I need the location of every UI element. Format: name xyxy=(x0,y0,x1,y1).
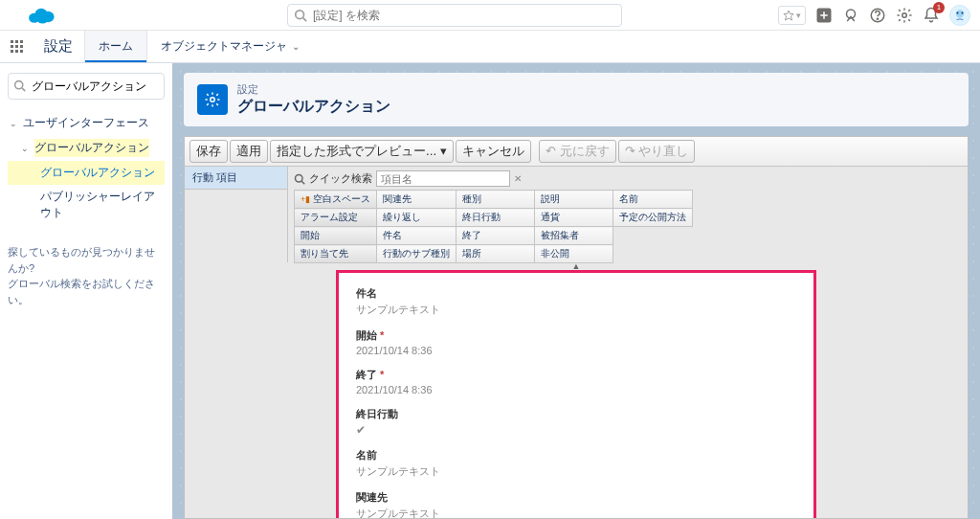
field-item[interactable]: アラーム設定 xyxy=(295,209,377,227)
field-item[interactable]: 通貨 xyxy=(535,209,613,227)
field-item[interactable]: 非公開 xyxy=(535,245,613,263)
tree-item-publisher-layouts[interactable]: パブリッシャーレイアウト xyxy=(8,185,165,225)
svg-line-22 xyxy=(301,181,304,184)
setup-gear-icon[interactable] xyxy=(896,7,913,24)
chevron-down-icon: ⌄ xyxy=(292,41,300,52)
field-palette: +▮ 空白スペース 関連先 種別 説明 名前 アラーム設定 繰り返し 終日行動 … xyxy=(294,190,693,263)
favorites-button[interactable]: ▾ xyxy=(778,6,806,25)
svg-marker-6 xyxy=(784,11,793,20)
global-header: ▾ 1 xyxy=(0,0,980,31)
field-item[interactable]: 名前 xyxy=(613,191,693,209)
svg-point-4 xyxy=(296,10,304,18)
breadcrumb: 設定 xyxy=(237,82,390,97)
field-item[interactable]: 件名 xyxy=(377,227,457,245)
svg-line-5 xyxy=(303,17,307,21)
tree-item-global-actions[interactable]: ⌄グローバルアクション xyxy=(8,135,165,161)
preview-field-label: 終了* xyxy=(356,368,796,382)
field-item[interactable]: 終日行動 xyxy=(457,209,535,227)
clear-icon[interactable]: ✕ xyxy=(514,173,522,184)
page-header: 設定 グローバルアクション xyxy=(184,73,969,126)
salesforce-logo-icon[interactable] xyxy=(27,6,56,25)
preview-field-label: 終日行動 xyxy=(356,407,796,421)
avatar[interactable] xyxy=(949,5,970,26)
nav-bar: 設定 ホーム オブジェクトマネージャ⌄ xyxy=(0,31,980,63)
add-icon[interactable] xyxy=(815,7,833,24)
splitter-handle[interactable]: ▲ xyxy=(192,262,960,270)
svg-point-16 xyxy=(957,11,959,13)
field-item[interactable]: 関連先 xyxy=(377,191,457,209)
field-item[interactable]: 終了 xyxy=(457,227,535,245)
preview-field-value: ✔︎ xyxy=(356,423,796,437)
tree-item-global-actions-sub[interactable]: グローバルアクション xyxy=(8,161,165,185)
help-icon[interactable] xyxy=(869,7,886,24)
field-item[interactable]: 開始 xyxy=(295,227,377,245)
sidebar-help-text: 探しているものが見つかりませんか? グローバル検索をお試しください。 xyxy=(8,244,165,307)
preview-field-label: 関連先 xyxy=(356,490,796,505)
app-launcher-icon[interactable] xyxy=(0,31,33,62)
app-title: 設定 xyxy=(33,31,84,62)
field-item[interactable]: 種別 xyxy=(457,191,535,209)
svg-point-20 xyxy=(211,98,215,102)
svg-point-17 xyxy=(962,11,964,13)
field-item[interactable]: 行動のサブ種別 xyxy=(377,245,457,263)
page-title: グローバルアクション xyxy=(237,97,390,117)
svg-point-21 xyxy=(296,174,303,182)
quick-find-input[interactable] xyxy=(376,170,510,187)
global-search-input[interactable] xyxy=(287,4,622,27)
header-utilities: ▾ 1 xyxy=(778,5,970,26)
svg-line-19 xyxy=(22,88,25,91)
apply-button[interactable]: 適用 xyxy=(230,140,268,163)
preview-as-button[interactable]: 指定した形式でプレビュー... ▾ xyxy=(270,140,454,163)
svg-point-13 xyxy=(902,12,907,17)
chevron-down-icon: ⌄ xyxy=(10,119,19,128)
setup-sidebar: ⌄ユーザインターフェース ⌄グローバルアクション グローバルアクション パブリッ… xyxy=(0,63,172,519)
palette-category-event-fields[interactable]: 行動 項目 xyxy=(185,167,287,190)
notifications-icon[interactable]: 1 xyxy=(923,7,940,24)
layout-preview: 件名 サンプルテキスト 開始* 2021/10/14 8:36 終了* 2021… xyxy=(336,270,816,519)
search-icon xyxy=(294,173,305,185)
chevron-down-icon: ⌄ xyxy=(21,144,31,153)
preview-field-label: 件名 xyxy=(356,286,796,301)
field-item[interactable]: 場所 xyxy=(457,245,535,263)
search-icon xyxy=(13,79,26,92)
undo-button[interactable]: ↶ 元に戻す xyxy=(539,140,616,163)
palette-categories: 行動 項目 xyxy=(185,167,288,262)
svg-point-3 xyxy=(37,15,48,24)
save-button[interactable]: 保存 xyxy=(189,140,228,163)
field-item[interactable]: 被招集者 xyxy=(535,227,613,245)
tab-home[interactable]: ホーム xyxy=(84,31,146,62)
layout-editor: 保存 適用 指定した形式でプレビュー... ▾ キャンセル ↶ 元に戻す ↷ や… xyxy=(184,136,969,519)
field-item[interactable]: 説明 xyxy=(535,191,613,209)
global-search xyxy=(287,4,622,27)
preview-field-value: サンプルテキスト xyxy=(356,507,796,519)
trailhead-icon[interactable] xyxy=(842,7,859,24)
svg-point-12 xyxy=(877,18,878,19)
preview-field-value: 2021/10/14 8:36 xyxy=(356,384,796,395)
setup-search-input[interactable] xyxy=(8,73,165,100)
tab-object-manager[interactable]: オブジェクトマネージャ⌄ xyxy=(146,31,313,62)
preview-field-label: 名前 xyxy=(356,448,796,463)
preview-field-label: 開始* xyxy=(356,328,796,343)
preview-field-value: 2021/10/14 8:36 xyxy=(356,345,796,356)
redo-button[interactable]: ↷ やり直し xyxy=(618,140,696,163)
search-icon xyxy=(294,9,307,22)
svg-point-18 xyxy=(15,81,23,89)
quick-find-label: クイック検索 xyxy=(309,171,372,186)
field-item[interactable]: 割り当て先 xyxy=(295,245,377,263)
field-item[interactable]: +▮ 空白スペース xyxy=(295,191,377,209)
gear-icon xyxy=(197,84,228,115)
cancel-button[interactable]: キャンセル xyxy=(456,140,531,163)
editor-toolbar: 保存 適用 指定した形式でプレビュー... ▾ キャンセル ↶ 元に戻す ↷ や… xyxy=(185,137,968,167)
triangle-up-icon: ▲ xyxy=(572,261,581,271)
preview-field-value: サンプルテキスト xyxy=(356,464,796,479)
preview-field-value: サンプルテキスト xyxy=(356,303,796,317)
main-area: 設定 グローバルアクション 保存 適用 指定した形式でプレビュー... ▾ キャ… xyxy=(172,63,980,519)
notifications-badge: 1 xyxy=(933,2,945,13)
tree-section-ui[interactable]: ⌄ユーザインターフェース xyxy=(8,111,165,135)
field-item[interactable]: 予定の公開方法 xyxy=(613,209,693,227)
field-item[interactable]: 繰り返し xyxy=(377,209,457,227)
